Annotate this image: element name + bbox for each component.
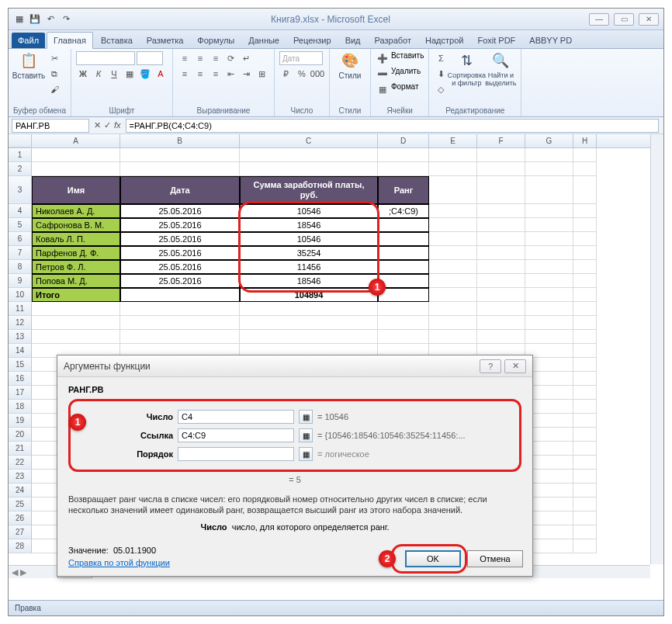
currency-icon[interactable]: ₽ — [279, 67, 293, 81]
fill-icon[interactable]: ⬇ — [434, 67, 448, 81]
row-header[interactable]: 24 — [9, 484, 32, 497]
total-label[interactable]: Итого — [32, 288, 120, 302]
font-color-button[interactable]: A — [154, 67, 168, 81]
tab-data[interactable]: Данные — [242, 33, 286, 48]
row-header[interactable]: 16 — [9, 372, 32, 386]
table-cell-date[interactable]: 25.05.2016 — [120, 246, 240, 260]
cut-icon[interactable]: ✂ — [47, 51, 61, 65]
range-selector-icon[interactable]: ▦ — [299, 428, 313, 442]
row-header[interactable]: 25 — [9, 497, 32, 511]
table-cell-rank[interactable]: ;C4:C9) — [378, 204, 429, 218]
align-right-icon[interactable]: ≡ — [209, 67, 223, 81]
table-cell-name[interactable]: Петров Ф. Л. — [32, 260, 120, 274]
minimize-button[interactable]: — — [589, 13, 609, 26]
cancel-formula-icon[interactable]: ✕ — [94, 120, 101, 130]
indent-dec-icon[interactable]: ⇤ — [224, 67, 238, 81]
border-button[interactable]: ▦ — [123, 67, 137, 81]
tab-addins[interactable]: Надстрой — [419, 33, 469, 48]
table-cell-name[interactable]: Коваль Л. П. — [32, 232, 120, 246]
table-cell-date[interactable]: 25.05.2016 — [120, 204, 240, 218]
align-center-icon[interactable]: ≡ — [193, 67, 207, 81]
row-header[interactable]: 26 — [9, 511, 32, 525]
tab-insert[interactable]: Вставка — [95, 33, 139, 48]
row-header[interactable]: 21 — [9, 442, 32, 456]
sort-filter-button[interactable]: ⇅Сортировка и фильтр — [451, 51, 482, 87]
table-cell-sum[interactable]: 18546 — [240, 274, 378, 288]
tab-review[interactable]: Рецензир — [287, 33, 338, 48]
format-cells-icon[interactable]: ▦ — [376, 82, 390, 96]
table-cell-date[interactable]: 25.05.2016 — [120, 232, 240, 246]
col-header[interactable]: E — [429, 134, 477, 147]
arg-ref-input[interactable] — [178, 428, 294, 442]
enter-formula-icon[interactable]: ✓ — [104, 120, 111, 130]
col-header[interactable]: D — [378, 134, 429, 147]
table-cell-sum[interactable]: 35254 — [240, 246, 378, 260]
close-button[interactable]: ✕ — [639, 13, 659, 26]
copy-icon[interactable]: ⧉ — [47, 67, 61, 81]
table-header-sum[interactable]: Сумма заработной платы,руб. — [240, 176, 378, 204]
table-cell-date[interactable]: 25.05.2016 — [120, 274, 240, 288]
row-header[interactable]: 20 — [9, 428, 32, 442]
table-cell-name[interactable]: Николаев А. Д. — [32, 204, 120, 218]
vertical-scrollbar[interactable] — [650, 134, 663, 564]
tab-abbyy[interactable]: ABBYY PD — [523, 33, 578, 48]
formula-bar[interactable]: =РАНГ.РВ(C4;C4:C9) — [126, 119, 659, 133]
range-selector-icon[interactable]: ▦ — [299, 410, 313, 424]
autosum-icon[interactable]: Σ — [434, 51, 448, 65]
delete-cells-icon[interactable]: ➖ — [376, 67, 390, 81]
comma-icon[interactable]: 000 — [310, 67, 324, 81]
align-bottom-icon[interactable]: ≡ — [209, 51, 223, 65]
col-header[interactable]: F — [477, 134, 525, 147]
col-header[interactable]: A — [32, 134, 120, 147]
row-header[interactable]: 10 — [9, 288, 32, 302]
fx-icon[interactable]: fx — [114, 120, 121, 130]
paste-button[interactable]: 📋Вставить — [13, 51, 44, 80]
table-cell-rank[interactable] — [378, 246, 429, 260]
bold-button[interactable]: Ж — [76, 67, 90, 81]
table-header-rank[interactable]: Ранг — [378, 176, 429, 204]
name-box[interactable]: РАНГ.РВ — [12, 119, 89, 133]
row-header[interactable]: 5 — [9, 218, 32, 232]
number-format-box[interactable]: Дата — [279, 51, 323, 65]
fill-color-button[interactable]: 🪣 — [138, 67, 152, 81]
row-header[interactable]: 3 — [9, 176, 32, 204]
table-header-name[interactable]: Имя — [32, 176, 120, 204]
select-all-corner[interactable] — [9, 134, 32, 147]
table-cell-rank[interactable] — [378, 218, 429, 232]
table-cell-date[interactable]: 25.05.2016 — [120, 218, 240, 232]
dialog-close-button[interactable]: ✕ — [504, 359, 526, 373]
tab-formulas[interactable]: Формулы — [191, 33, 241, 48]
row-header[interactable]: 4 — [9, 204, 32, 218]
table-cell-sum[interactable]: 18546 — [240, 218, 378, 232]
tab-developer[interactable]: Разработ — [369, 33, 417, 48]
row-header[interactable]: 15 — [9, 358, 32, 372]
merge-icon[interactable]: ⊞ — [255, 67, 269, 81]
dialog-help-link[interactable]: Справка по этой функции — [68, 558, 170, 567]
range-selector-icon[interactable]: ▦ — [299, 447, 313, 461]
arg-number-input[interactable] — [178, 410, 294, 424]
indent-inc-icon[interactable]: ⇥ — [240, 67, 254, 81]
format-painter-icon[interactable]: 🖌 — [47, 82, 61, 96]
col-header[interactable]: H — [573, 134, 597, 147]
table-cell-sum[interactable]: 10546 — [240, 232, 378, 246]
row-header[interactable]: 23 — [9, 470, 32, 484]
undo-icon[interactable]: ↶ — [44, 13, 57, 26]
tab-file[interactable]: Файл — [12, 33, 45, 48]
dialog-help-button[interactable]: ? — [480, 359, 501, 373]
orientation-icon[interactable]: ⟳ — [224, 51, 238, 65]
row-header[interactable]: 9 — [9, 274, 32, 288]
font-size-box[interactable] — [137, 51, 163, 65]
italic-button[interactable]: К — [92, 67, 106, 81]
row-header[interactable]: 1 — [9, 148, 32, 162]
insert-cells-icon[interactable]: ➕ — [376, 51, 390, 65]
col-header[interactable]: C — [240, 134, 378, 147]
row-header[interactable]: 27 — [9, 525, 32, 539]
save-icon[interactable]: 💾 — [29, 13, 41, 26]
table-cell-sum[interactable]: 11456 — [240, 260, 378, 274]
row-header[interactable]: 17 — [9, 386, 32, 400]
table-cell-name[interactable]: Парфенов Д. Ф. — [32, 246, 120, 260]
align-middle-icon[interactable]: ≡ — [193, 51, 207, 65]
row-header[interactable]: 6 — [9, 232, 32, 246]
underline-button[interactable]: Ч — [107, 67, 121, 81]
tab-layout[interactable]: Разметка — [140, 33, 190, 48]
